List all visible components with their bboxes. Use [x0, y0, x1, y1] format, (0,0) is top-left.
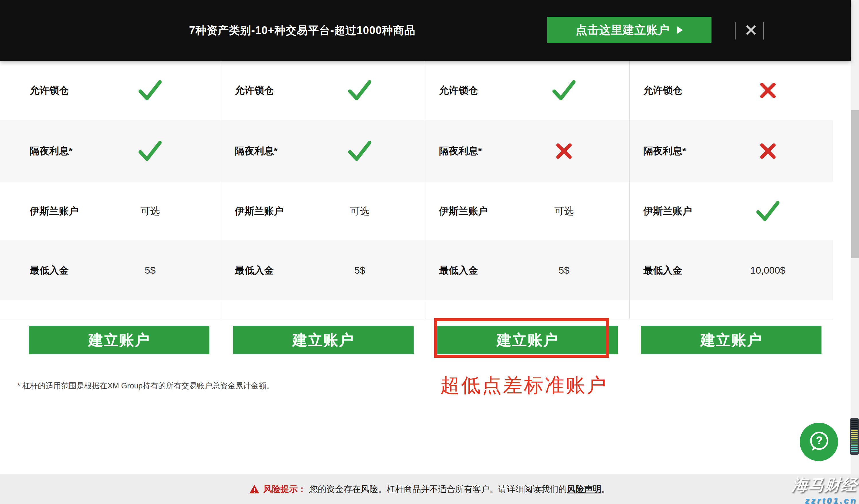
- row-label: 隔夜利息*: [439, 144, 482, 158]
- table-cell: 隔夜利息*: [221, 120, 425, 182]
- row-label: 隔夜利息*: [643, 144, 686, 158]
- table-cell: 最低入金 5$: [0, 240, 221, 300]
- promo-banner: 7种资产类别-10+种交易平台-超过1000种商品 点击这里建立账户 ✕: [0, 0, 851, 61]
- cell-text: 可选: [140, 205, 160, 218]
- table-cell: 最低入金 10,000$: [630, 240, 833, 300]
- table-cell: 允许锁仓: [0, 61, 221, 120]
- leverage-footnote: * 杠杆的适用范围是根据在XM Group持有的所有交易账户总资金累计金额。: [17, 381, 274, 391]
- row-label: 隔夜利息*: [30, 144, 73, 158]
- check-icon: [347, 79, 373, 102]
- cell-text: 10,000$: [750, 265, 785, 276]
- create-account-button-1[interactable]: 建立账户: [29, 326, 209, 354]
- page: 7种资产类别-10+种交易平台-超过1000种商品 点击这里建立账户 ✕ 允许锁…: [0, 0, 859, 504]
- cell-text: 5$: [559, 265, 569, 276]
- cross-icon: [759, 142, 777, 160]
- row-label: 最低入金: [439, 264, 478, 277]
- cell-value: 5$: [319, 265, 401, 276]
- close-icon: ✕: [744, 21, 758, 40]
- table-cell: 伊斯兰账户 可选: [425, 182, 630, 240]
- table-spacer: [630, 300, 833, 319]
- row-label: 伊斯兰账户: [439, 205, 488, 218]
- check-icon: [347, 139, 373, 163]
- banner-separator: [735, 22, 736, 40]
- cell-value: 可选: [106, 205, 194, 218]
- cell-value: 5$: [106, 265, 194, 276]
- row-label: 允许锁仓: [643, 84, 682, 97]
- table-cell: 伊斯兰账户: [630, 182, 833, 240]
- help-bubble-icon: ?: [807, 429, 831, 454]
- table-cell: 隔夜利息*: [630, 120, 833, 182]
- cell-value: [319, 79, 401, 102]
- scrollbar-thumb[interactable]: [851, 110, 859, 258]
- risk-text: 您的资金存在风险。杠杆商品并不适合所有客户。请详细阅读我们的: [310, 483, 567, 495]
- scroll-minimap-marker: [850, 418, 859, 455]
- cell-value: 可选: [523, 205, 605, 218]
- table-cell: 伊斯兰账户 可选: [0, 182, 221, 240]
- promo-banner-title: 7种资产类别-10+种交易平台-超过1000种商品: [189, 0, 415, 61]
- cell-value: [727, 142, 809, 160]
- svg-text:?: ?: [816, 435, 822, 446]
- cell-value: [319, 139, 401, 163]
- cross-icon: [555, 142, 573, 160]
- cell-value: [106, 79, 194, 102]
- check-icon: [755, 200, 781, 223]
- minimap-stripes-yellow: [851, 430, 858, 439]
- table-cell: 允许锁仓: [630, 61, 833, 120]
- table-cell: 隔夜利息*: [0, 120, 221, 182]
- table-cell: 隔夜利息*: [425, 120, 630, 182]
- table-spacer: [221, 300, 425, 319]
- cell-text: 可选: [350, 205, 370, 218]
- table-button-cell: 建立账户: [630, 319, 833, 378]
- minimap-stripes-teal: [851, 445, 858, 453]
- row-label: 允许锁仓: [30, 84, 69, 97]
- cell-value: [727, 81, 809, 99]
- risk-text-suffix: 。: [602, 483, 610, 495]
- table-button-cell: 建立账户: [221, 319, 425, 378]
- table-cell: 允许锁仓: [425, 61, 630, 120]
- banner-separator: [763, 22, 764, 40]
- row-label: 隔夜利息*: [235, 144, 277, 158]
- cell-value: 5$: [523, 265, 605, 276]
- create-account-button-2[interactable]: 建立账户: [233, 326, 413, 354]
- table-cell: 允许锁仓: [221, 61, 425, 120]
- cell-value: [523, 79, 605, 102]
- cta-arrow-icon: [677, 26, 683, 34]
- minimap-stripes-dark: [851, 420, 858, 430]
- cell-value: [106, 139, 194, 163]
- cell-value: 可选: [319, 205, 401, 218]
- table-cell: 最低入金 5$: [425, 240, 630, 300]
- cell-value: [523, 142, 605, 160]
- minimap-stripes-green: [851, 440, 858, 445]
- cross-icon: [759, 81, 777, 99]
- cell-value: 10,000$: [727, 265, 809, 276]
- table-spacer: [0, 300, 221, 319]
- create-account-button-3[interactable]: 建立账户: [437, 326, 618, 354]
- risk-warning-label: 风险提示：: [263, 483, 306, 495]
- row-label: 伊斯兰账户: [235, 205, 284, 218]
- cell-text: 5$: [145, 265, 155, 276]
- check-icon: [137, 139, 163, 163]
- row-label: 最低入金: [643, 264, 682, 277]
- check-icon: [551, 79, 577, 102]
- open-account-cta-button[interactable]: 点击这里建立账户: [547, 17, 711, 43]
- risk-disclaimer-bar: 风险提示： 您的资金存在风险。杠杆商品并不适合所有客户。请详细阅读我们的 风险声…: [0, 474, 859, 504]
- row-label: 伊斯兰账户: [643, 205, 692, 218]
- cell-value: [727, 200, 809, 223]
- account-comparison-table: 允许锁仓 允许锁仓 允许锁仓 允许锁仓: [0, 61, 833, 378]
- cell-text: 可选: [554, 205, 574, 218]
- create-account-button-4[interactable]: 建立账户: [641, 326, 822, 354]
- row-label: 允许锁仓: [235, 84, 274, 97]
- ultra-low-spread-annotation: 超低点差标准账户: [440, 375, 607, 395]
- warning-icon: [249, 485, 259, 494]
- cell-text: 5$: [354, 265, 365, 276]
- help-button[interactable]: ?: [800, 423, 838, 461]
- row-label: 最低入金: [30, 264, 69, 277]
- row-label: 最低入金: [235, 264, 274, 277]
- close-banner-button[interactable]: ✕: [741, 19, 761, 41]
- check-icon: [137, 79, 163, 102]
- table-cell: 伊斯兰账户 可选: [221, 182, 425, 240]
- cta-label: 点击这里建立账户: [576, 22, 670, 38]
- table-button-cell: 建立账户: [425, 319, 630, 378]
- table-spacer: [425, 300, 630, 319]
- risk-statement-link[interactable]: 风险声明: [567, 483, 602, 495]
